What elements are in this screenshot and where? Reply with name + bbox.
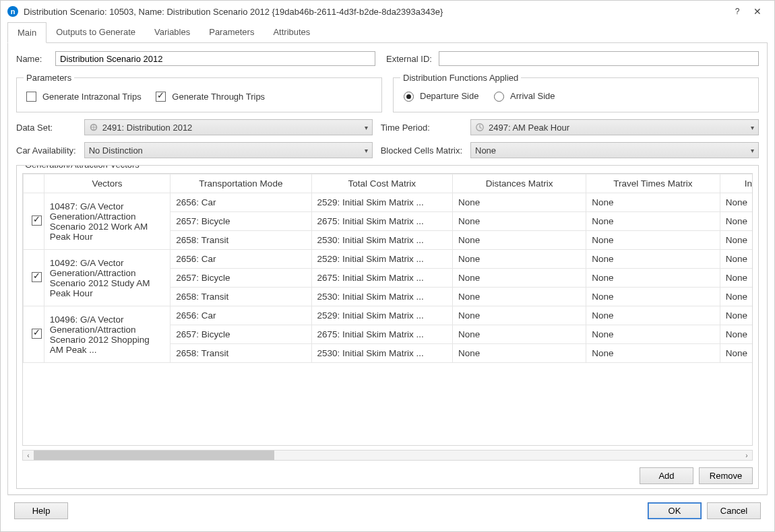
cell-tt[interactable]: None	[586, 344, 720, 363]
cell-cost[interactable]: 2530: Initial Skim Matrix ...	[311, 344, 452, 363]
scroll-right-icon[interactable]: ›	[741, 452, 752, 459]
cell-mode[interactable]: 2657: Bicycle	[170, 269, 311, 288]
car-availability-combo[interactable]: No Distinction ▾	[84, 142, 373, 158]
blocked-cells-combo[interactable]: None ▾	[470, 142, 759, 158]
cell-mode[interactable]: 2657: Bicycle	[170, 212, 311, 231]
column-header[interactable]: Vectors	[44, 174, 170, 193]
cell-ivt[interactable]: None	[720, 269, 753, 288]
scroll-track[interactable]	[34, 451, 741, 460]
cell-mode[interactable]: 2658: Transit	[170, 288, 311, 306]
vector-checkbox[interactable]	[32, 272, 42, 282]
help-button[interactable]: Help	[14, 502, 68, 519]
tabbar: MainOutputs to GenerateVariablesParamete…	[7, 22, 768, 43]
client-area: MainOutputs to GenerateVariablesParamete…	[1, 22, 774, 531]
cell-tt[interactable]: None	[586, 250, 720, 269]
cell-mode[interactable]: 2656: Car	[170, 306, 311, 325]
column-header[interactable]: Travel Times Matrix	[586, 174, 720, 193]
gen-through-checkbox[interactable]	[156, 92, 166, 102]
add-button[interactable]: Add	[640, 467, 693, 484]
cell-cost[interactable]: 2530: Initial Skim Matrix ...	[311, 288, 452, 306]
table-row[interactable]: 10492: G/A Vector Generation/Attraction …	[24, 250, 753, 269]
tab-variables[interactable]: Variables	[145, 22, 199, 42]
vectors-table-wrap[interactable]: VectorsTransportation ModeTotal Cost Mat…	[22, 173, 753, 446]
data-set-value: 2491: Distribution 2012	[102, 123, 365, 133]
cell-cost[interactable]: 2529: Initial Skim Matrix ...	[311, 193, 452, 212]
tab-outputs-to-generate[interactable]: Outputs to Generate	[46, 22, 145, 42]
ok-button[interactable]: OK	[648, 502, 702, 519]
cell-cost[interactable]: 2675: Initial Skim Matrix ...	[311, 212, 452, 231]
cell-tt[interactable]: None	[586, 325, 720, 344]
gen-intrazonal-checkbox-label[interactable]: Generate Intrazonal Trips	[24, 90, 142, 104]
column-header[interactable]: Total Cost Matrix	[311, 174, 452, 193]
time-period-combo[interactable]: 2497: AM Peak Hour ▾	[470, 119, 759, 135]
gen-intrazonal-checkbox[interactable]	[26, 92, 36, 102]
cell-dist[interactable]: None	[452, 325, 586, 344]
column-header[interactable]: In-Vehicle Time	[720, 174, 753, 193]
gen-through-checkbox-label[interactable]: Generate Through Trips	[153, 90, 265, 104]
tab-main[interactable]: Main	[7, 22, 46, 43]
parameters-fieldset: Parameters Generate Intrazonal Trips Gen…	[16, 73, 382, 112]
cell-mode[interactable]: 2658: Transit	[170, 344, 311, 363]
cell-ivt[interactable]: None	[720, 212, 753, 231]
blocked-cells-label: Blocked Cells Matrix:	[381, 145, 462, 156]
table-row[interactable]: 10487: G/A Vector Generation/Attraction …	[24, 193, 753, 212]
cell-tt[interactable]: None	[586, 231, 720, 250]
cell-dist[interactable]: None	[452, 344, 586, 363]
cell-ivt[interactable]: None	[720, 250, 753, 269]
table-row[interactable]: 10496: G/A Vector Generation/Attraction …	[24, 306, 753, 325]
cell-cost[interactable]: 2529: Initial Skim Matrix ...	[311, 306, 452, 325]
scroll-thumb[interactable]	[34, 451, 274, 460]
horizontal-scrollbar[interactable]: ‹ ›	[22, 450, 753, 461]
data-set-combo[interactable]: 2491: Distribution 2012 ▾	[84, 119, 373, 135]
cell-ivt[interactable]: None	[720, 288, 753, 306]
cell-ivt[interactable]: None	[720, 306, 753, 325]
app-icon: n	[7, 6, 18, 17]
cell-cost[interactable]: 2529: Initial Skim Matrix ...	[311, 250, 452, 269]
cell-dist[interactable]: None	[452, 250, 586, 269]
cell-dist[interactable]: None	[452, 269, 586, 288]
cell-tt[interactable]: None	[586, 193, 720, 212]
cell-tt[interactable]: None	[586, 288, 720, 306]
cell-ivt[interactable]: None	[720, 193, 753, 212]
column-header[interactable]: Transportation Mode	[170, 174, 311, 193]
cell-ivt[interactable]: None	[720, 231, 753, 250]
arrival-side-radio-label[interactable]: Arrival Side	[491, 90, 555, 102]
cell-tt[interactable]: None	[586, 306, 720, 325]
external-id-input[interactable]	[439, 51, 759, 66]
vector-cell: 10492: G/A Vector Generation/Attraction …	[44, 250, 170, 306]
chevron-down-icon: ▾	[365, 124, 368, 131]
arrival-side-radio[interactable]	[494, 92, 504, 102]
vector-checkbox[interactable]	[32, 215, 42, 226]
bottom-bar: Help OK Cancel	[7, 495, 768, 526]
scroll-left-icon[interactable]: ‹	[23, 452, 34, 459]
tab-attributes[interactable]: Attributes	[264, 22, 319, 42]
departure-side-radio[interactable]	[404, 92, 414, 102]
cell-dist[interactable]: None	[452, 306, 586, 325]
cell-dist[interactable]: None	[452, 212, 586, 231]
vector-checkbox[interactable]	[32, 329, 42, 339]
close-icon[interactable]: ✕	[747, 6, 768, 17]
cancel-button[interactable]: Cancel	[707, 502, 761, 519]
cell-cost[interactable]: 2530: Initial Skim Matrix ...	[311, 231, 452, 250]
tab-parameters[interactable]: Parameters	[199, 22, 264, 42]
cell-ivt[interactable]: None	[720, 325, 753, 344]
departure-side-radio-label[interactable]: Departure Side	[400, 90, 478, 102]
ga-vectors-legend: Generation/Attraction Vectors	[22, 165, 759, 170]
cell-tt[interactable]: None	[586, 269, 720, 288]
column-header[interactable]: Distances Matrix	[452, 174, 586, 193]
help-icon[interactable]: ?	[727, 7, 747, 16]
cell-mode[interactable]: 2658: Transit	[170, 231, 311, 250]
name-input[interactable]	[55, 51, 375, 66]
time-period-label: Time Period:	[381, 123, 462, 133]
cell-dist[interactable]: None	[452, 193, 586, 212]
cell-ivt[interactable]: None	[720, 344, 753, 363]
cell-dist[interactable]: None	[452, 231, 586, 250]
cell-mode[interactable]: 2656: Car	[170, 193, 311, 212]
remove-button[interactable]: Remove	[699, 467, 753, 484]
cell-tt[interactable]: None	[586, 212, 720, 231]
cell-dist[interactable]: None	[452, 288, 586, 306]
cell-cost[interactable]: 2675: Initial Skim Matrix ...	[311, 325, 452, 344]
cell-cost[interactable]: 2675: Initial Skim Matrix ...	[311, 269, 452, 288]
cell-mode[interactable]: 2657: Bicycle	[170, 325, 311, 344]
cell-mode[interactable]: 2656: Car	[170, 250, 311, 269]
